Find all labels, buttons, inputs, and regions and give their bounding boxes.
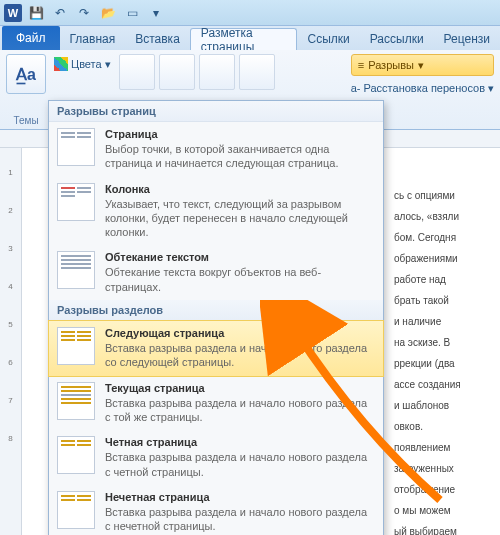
break-even-page-item[interactable]: Четная страница Вставка разрыва раздела …: [49, 430, 383, 485]
item-desc: Вставка разрыва раздела и начало нового …: [105, 341, 375, 370]
doc-text: отображение: [394, 482, 492, 497]
textwrap-break-icon: [57, 251, 95, 289]
item-desc: Выбор точки, в которой заканчивается одн…: [105, 142, 375, 171]
page-breaks-header: Разрывы страниц: [49, 101, 383, 122]
doc-text: ображениями: [394, 251, 492, 266]
qat-undo-icon[interactable]: ↶: [50, 3, 70, 23]
next-page-section-icon: [57, 327, 95, 365]
doc-text: сь с опциями: [394, 188, 492, 203]
odd-page-section-icon: [57, 491, 95, 529]
hyphenation-button[interactable]: a‑ Расстановка переносов ▾: [351, 78, 494, 98]
qat-save-icon[interactable]: 💾: [26, 3, 46, 23]
qat-open-icon[interactable]: 📂: [98, 3, 118, 23]
section-breaks-header: Разрывы разделов: [49, 300, 383, 321]
doc-text: о мы можем: [394, 503, 492, 518]
breaks-label: Разрывы: [368, 59, 414, 71]
themes-button[interactable]: A̲a: [6, 54, 46, 94]
dropdown-arrow-icon: ▾: [488, 82, 494, 95]
item-title: Нечетная страница: [105, 491, 375, 503]
hyphenation-label: Расстановка переносов: [364, 82, 485, 94]
break-next-page-item[interactable]: Следующая страница Вставка разрыва разде…: [48, 320, 384, 377]
doc-text: овков.: [394, 419, 492, 434]
doc-text: загруженных: [394, 461, 492, 476]
vertical-ruler: 1 2 3 4 5 6 7 8: [0, 148, 22, 535]
item-desc: Указывает, что текст, следующий за разры…: [105, 197, 375, 240]
color-swatch-icon: [54, 57, 68, 71]
item-desc: Вставка разрыва раздела и начало нового …: [105, 450, 375, 479]
page-break-icon: [57, 128, 95, 166]
dropdown-arrow-icon: ▾: [105, 58, 111, 71]
size-button[interactable]: [199, 54, 235, 90]
break-column-item[interactable]: Колонка Указывает, что текст, следующий …: [49, 177, 383, 246]
doc-text: ассе создания: [394, 377, 492, 392]
item-title: Обтекание текстом: [105, 251, 375, 263]
word-app-icon: W: [4, 4, 22, 22]
themes-label: Темы: [6, 115, 46, 126]
colors-label: Цвета: [71, 58, 102, 70]
doc-text: появлением: [394, 440, 492, 455]
even-page-section-icon: [57, 436, 95, 474]
breaks-icon: ≡: [358, 59, 364, 71]
margins-button[interactable]: [119, 54, 155, 90]
themes-icon: A̲a: [16, 65, 36, 84]
orientation-button[interactable]: [159, 54, 195, 90]
qat-down-icon[interactable]: ▾: [146, 3, 166, 23]
breaks-dropdown: Разрывы страниц Страница Выбор точки, в …: [48, 100, 384, 535]
item-title: Страница: [105, 128, 375, 140]
item-title: Четная страница: [105, 436, 375, 448]
qat-new-icon[interactable]: ▭: [122, 3, 142, 23]
item-title: Текущая страница: [105, 382, 375, 394]
doc-text: ый выбираем: [394, 524, 492, 535]
tab-insert[interactable]: Вставка: [125, 28, 190, 50]
colors-button[interactable]: Цвета ▾: [54, 54, 111, 74]
doc-text: бом. Сегодня: [394, 230, 492, 245]
ribbon-tabs: Файл Главная Вставка Разметка страницы С…: [0, 26, 500, 50]
continuous-section-icon: [57, 382, 95, 420]
column-break-icon: [57, 183, 95, 221]
doc-text: работе над: [394, 272, 492, 287]
hyphenation-icon: a‑: [351, 82, 361, 94]
doc-text: на эскизе. В: [394, 335, 492, 350]
item-desc: Вставка разрыва раздела и начало нового …: [105, 396, 375, 425]
item-title: Колонка: [105, 183, 375, 195]
break-page-item[interactable]: Страница Выбор точки, в которой заканчив…: [49, 122, 383, 177]
doc-text: брать такой: [394, 293, 492, 308]
tab-review[interactable]: Рецензи: [434, 28, 500, 50]
breaks-button[interactable]: ≡ Разрывы ▾: [351, 54, 494, 76]
tab-references[interactable]: Ссылки: [297, 28, 359, 50]
qat-redo-icon[interactable]: ↷: [74, 3, 94, 23]
doc-text: и шаблонов: [394, 398, 492, 413]
tab-mailings[interactable]: Рассылки: [360, 28, 434, 50]
item-desc: Вставка разрыва раздела и начало нового …: [105, 505, 375, 534]
file-tab[interactable]: Файл: [2, 26, 60, 50]
dropdown-arrow-icon: ▾: [418, 59, 424, 72]
themes-group: A̲a Темы: [6, 54, 46, 126]
break-textwrap-item[interactable]: Обтекание текстом Обтекание текста вокру…: [49, 245, 383, 300]
break-odd-page-item[interactable]: Нечетная страница Вставка разрыва раздел…: [49, 485, 383, 535]
tab-page-layout[interactable]: Разметка страницы: [190, 28, 298, 50]
title-bar: W 💾 ↶ ↷ 📂 ▭ ▾: [0, 0, 500, 26]
doc-text: ррекции (два: [394, 356, 492, 371]
item-title: Следующая страница: [105, 327, 375, 339]
tab-home[interactable]: Главная: [60, 28, 126, 50]
doc-text: алось, «взяли: [394, 209, 492, 224]
item-desc: Обтекание текста вокруг объектов на веб-…: [105, 265, 375, 294]
break-continuous-item[interactable]: Текущая страница Вставка разрыва раздела…: [49, 376, 383, 431]
doc-text: и наличие: [394, 314, 492, 329]
columns-button[interactable]: [239, 54, 275, 90]
